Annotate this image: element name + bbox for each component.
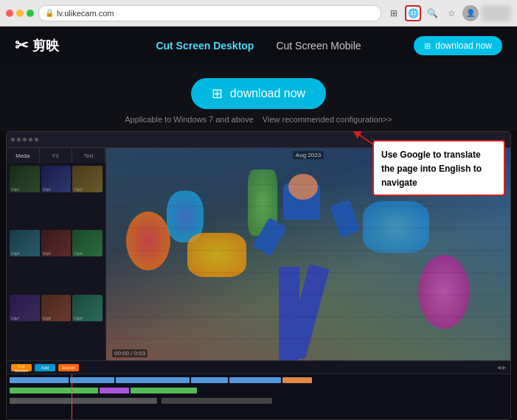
lock-icon: 🔒 [45, 9, 54, 17]
video-clip-3[interactable] [116, 377, 190, 383]
app-sidebar: Media FX Text Clip1 Clip2 Clip3 Clip4 Cl… [7, 148, 106, 360]
toolbar-dot [29, 138, 32, 141]
video-clip-5[interactable] [229, 377, 281, 383]
hero-download-button[interactable]: ⊞ download now [191, 78, 326, 109]
sidebar-tabs: Media FX Text [7, 148, 105, 163]
waveform-track [10, 398, 157, 404]
tab-grid-button[interactable]: ⊞ [386, 5, 402, 21]
audio-clip-2[interactable] [131, 388, 197, 393]
thumbnail-grid: Clip1 Clip2 Clip3 Clip4 Clip5 Clip6 Clip… [7, 163, 105, 360]
annotation-arrow [353, 131, 375, 146]
track-row-2 [7, 386, 510, 395]
hero-download-label: download now [230, 87, 305, 100]
hero-subtitle1: Applicable to Windows 7 and above [125, 115, 253, 124]
windows-icon: ⊞ [424, 41, 431, 51]
video-clip-4[interactable] [191, 377, 228, 383]
browser-actions: ⊞ 🌐 🔍 ☆ 👤 [386, 5, 511, 21]
track-row-3 [7, 396, 510, 405]
effect-clip-1[interactable] [100, 388, 129, 393]
cut-screen-button[interactable]: Cut Screen [11, 364, 32, 371]
add-clip-button[interactable]: Add [35, 364, 55, 371]
timeline-scale: ◀ ▶ [497, 365, 506, 371]
media-thumb-7[interactable]: Clip7 [10, 295, 40, 321]
hero-section: ⊞ download now Applicable to Windows 7 a… [0, 65, 517, 131]
media-thumb-8[interactable]: Clip8 [41, 295, 72, 321]
translate-button[interactable]: 🌐 [405, 5, 421, 21]
toolbar-dot [35, 138, 38, 141]
media-thumb-9[interactable]: Clip9 [72, 295, 103, 321]
video-clip-1[interactable] [10, 377, 69, 383]
playhead[interactable] [72, 374, 72, 419]
translate-icon: 🌐 [408, 8, 419, 18]
media-thumb-1[interactable]: Clip1 [10, 166, 40, 192]
timeline-toolbar: Cut Screen Add Export ◀ ▶ [7, 361, 510, 374]
track-row-1 [7, 376, 510, 385]
app-screenshot: Media FX Text Clip1 Clip2 Clip3 Clip4 Cl… [6, 131, 511, 420]
window-controls [6, 10, 34, 17]
media-thumb-4[interactable]: Clip4 [10, 230, 40, 256]
logo-icon: ✂ [15, 36, 28, 55]
toolbar-dot [17, 138, 21, 141]
toolbar-dot [11, 138, 15, 141]
sidebar-tab-fx[interactable]: FX [40, 148, 73, 163]
site-wrapper: ✂ 剪映 Cut Screen Desktop Cut Screen Mobil… [0, 27, 517, 420]
address-bar[interactable]: 🔒 lv.ulikecam.com [38, 5, 381, 21]
hero-subtitle: Applicable to Windows 7 and above View r… [125, 115, 392, 124]
logo-text: 剪映 [32, 37, 59, 55]
timeline-tracks [7, 374, 510, 419]
blurred-area [482, 5, 511, 21]
browser-chrome: 🔒 lv.ulikecam.com ⊞ 🌐 🔍 ☆ 👤 [0, 0, 517, 27]
close-dot[interactable] [6, 10, 13, 17]
nav-download-button[interactable]: ⊞ download now [414, 36, 502, 55]
media-thumb-6[interactable]: Clip6 [72, 230, 103, 256]
url-text: lv.ulikecam.com [57, 9, 114, 18]
maximize-dot[interactable] [27, 10, 34, 17]
nav-download-label: download now [435, 41, 492, 51]
hero-config-link[interactable]: View recommended configuration>> [263, 115, 392, 124]
minimize-dot[interactable] [16, 10, 24, 17]
audio-clip-1[interactable] [10, 388, 98, 393]
search-button[interactable]: 🔍 [424, 5, 440, 21]
nav-mobile-link[interactable]: Cut Screen Mobile [276, 40, 361, 52]
hero-windows-icon: ⊞ [212, 85, 223, 102]
media-thumb-5[interactable]: Clip5 [41, 230, 72, 256]
user-avatar[interactable]: 👤 [462, 5, 479, 21]
text-clip-1[interactable] [282, 377, 312, 383]
toolbar-dots [11, 138, 38, 141]
sidebar-tab-text[interactable]: Text [72, 148, 105, 163]
nav-desktop-link[interactable]: Cut Screen Desktop [156, 40, 254, 52]
media-thumb-2[interactable]: Clip2 [41, 166, 72, 192]
export-button[interactable]: Export [58, 364, 79, 371]
video-clip-2[interactable] [70, 377, 114, 383]
media-thumb-3[interactable]: Clip3 [72, 166, 103, 192]
site-nav: ✂ 剪映 Cut Screen Desktop Cut Screen Mobil… [0, 27, 517, 65]
nav-links: Cut Screen Desktop Cut Screen Mobile [156, 40, 361, 52]
timecode: Aug 2023 [293, 151, 324, 159]
duration-code: 00:00 / 0:03 [112, 349, 148, 357]
svg-line-0 [356, 133, 373, 144]
logo-area: ✂ 剪映 [15, 36, 59, 55]
waveform-track-2 [162, 398, 272, 404]
annotation-box: Use Google to translate the page into En… [372, 140, 505, 196]
sidebar-tab-media[interactable]: Media [7, 148, 40, 163]
annotation-text: Use Google to translate the page into En… [381, 150, 482, 188]
timeline-area: Cut Screen Add Export ◀ ▶ [7, 360, 510, 419]
bookmark-button[interactable]: ☆ [443, 5, 459, 21]
toolbar-dot [23, 138, 27, 141]
